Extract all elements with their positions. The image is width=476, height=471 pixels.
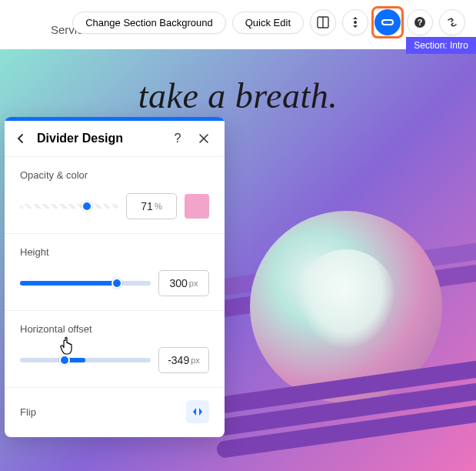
swap-icon[interactable] [439,9,465,35]
panel-header: Divider Design ? [5,121,225,157]
close-icon[interactable] [195,134,212,143]
layout-icon[interactable] [310,9,336,35]
height-section: Height 300px [5,234,225,311]
back-icon[interactable] [17,133,29,144]
flip-label: Flip [20,406,36,418]
opacity-label: Opacity & color [20,169,209,181]
hoffset-label: Horizontal offset [20,323,209,335]
hoffset-input[interactable]: -349px [158,347,209,373]
divider-design-icon[interactable] [374,9,401,35]
height-input[interactable]: 300px [158,270,209,296]
hoffset-slider[interactable] [20,351,151,369]
hero-headline[interactable]: take a breath. [0,75,476,116]
opacity-slider[interactable] [20,197,118,215]
editor-toolbar: Change Section Background Quick Edit ? [72,9,465,35]
opacity-section: Opacity & color 71% [5,157,225,234]
svg-rect-3 [382,20,393,25]
svg-point-2 [354,21,357,24]
divider-design-panel: Divider Design ? Opacity & color 71% Hei… [5,117,225,437]
panel-title: Divider Design [37,132,169,145]
svg-text:?: ? [418,18,423,27]
height-label: Height [20,246,209,258]
flip-section: Flip [5,388,225,437]
change-background-button[interactable]: Change Section Background [72,12,226,34]
section-tag: Section: Intro [406,37,476,54]
flip-button[interactable] [186,400,209,423]
stretch-icon[interactable] [342,9,368,35]
help-icon[interactable]: ? [407,9,433,35]
color-swatch[interactable] [185,194,209,219]
quick-edit-button[interactable]: Quick Edit [232,12,304,34]
panel-help-icon[interactable]: ? [169,132,186,145]
opacity-input[interactable]: 71% [126,193,177,219]
horizontal-offset-section: Horizontal offset -349px [5,311,225,388]
height-slider[interactable] [20,274,151,292]
